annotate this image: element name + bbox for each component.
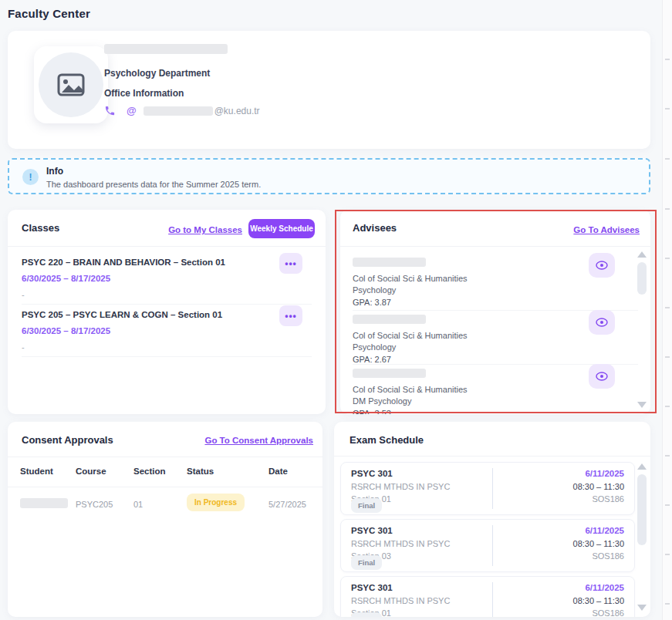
- exam-scrollbar[interactable]: [637, 462, 647, 612]
- class-dates: 6/30/2025 – 8/17/2025: [22, 326, 110, 335]
- profile-card: Psychology Department Office Information…: [8, 31, 650, 149]
- exam-room: SOS186: [592, 494, 624, 504]
- info-banner: ! Info The dashboard presents data for t…: [8, 158, 650, 194]
- exam-date: 6/11/2025: [585, 583, 624, 592]
- advisee-college: Col of Social Sci & Humanities: [353, 331, 604, 340]
- advisees-card: Advisees Go To Advisees Col of Social Sc…: [340, 210, 650, 414]
- exam-time: 08:30 – 11:30: [573, 596, 624, 605]
- advisee-gpa: GPA: 3.87: [353, 298, 604, 307]
- final-badge: Final: [351, 498, 382, 513]
- avatar: [34, 46, 108, 123]
- profile-department: Psychology Department: [104, 68, 210, 79]
- exam-course: PSYC 301: [351, 583, 393, 592]
- at-icon: @: [127, 105, 137, 116]
- exam-item: PSYC 301 RSRCH MTHDS IN PSYC Section 01 …: [340, 462, 635, 515]
- exam-item: PSYC 301 RSRCH MTHDS IN PSYC Section 01 …: [340, 576, 635, 617]
- redacted-name: [104, 44, 228, 54]
- classes-title: Classes: [22, 222, 59, 234]
- view-advisee-button[interactable]: [589, 253, 615, 278]
- go-to-consent-approvals-link[interactable]: Go To Consent Approvals: [204, 436, 313, 445]
- redacted-student-name: [20, 498, 68, 508]
- advisee-item: Col of Social Sci & Humanities DM Psycho…: [353, 369, 604, 414]
- cell-section: 01: [133, 500, 143, 509]
- phone-icon: [104, 105, 116, 116]
- cell-date: 5/27/2025: [268, 500, 306, 509]
- exam-room: SOS186: [592, 551, 624, 561]
- final-badge: Final: [351, 555, 382, 570]
- go-to-my-classes-link[interactable]: Go to My Classes: [168, 225, 242, 234]
- class-title: PSYC 220 – BRAIN AND BEHAVIOR – Section …: [22, 258, 312, 267]
- advisee-gpa: GPA: 3.53: [353, 409, 604, 414]
- info-title: Info: [46, 166, 63, 177]
- exam-course: PSYC 301: [351, 469, 393, 478]
- email-domain: @ku.edu.tr: [214, 106, 260, 116]
- scrollbar-thumb[interactable]: [637, 262, 647, 295]
- exam-course: PSYC 301: [351, 526, 393, 535]
- exam-name: RSRCH MTHDS IN PSYC: [351, 596, 450, 605]
- exam-date: 6/11/2025: [585, 469, 624, 478]
- advisees-title: Advisees: [353, 222, 397, 234]
- classes-card: Classes Go to My Classes Weekly Schedule…: [8, 210, 326, 414]
- class-note: -: [22, 290, 25, 299]
- eye-icon: [596, 261, 608, 270]
- weekly-schedule-button[interactable]: Weekly Schedule: [248, 219, 315, 238]
- column-header-status: Status: [187, 467, 214, 476]
- eye-icon: [596, 372, 608, 381]
- exam-item: PSYC 301 RSRCH MTHDS IN PSYC Section 03 …: [340, 519, 635, 572]
- exam-date: 6/11/2025: [585, 526, 624, 535]
- more-options-icon[interactable]: •••: [279, 305, 302, 326]
- advisee-program: Psychology: [353, 342, 604, 352]
- class-title: PSYC 205 – PSYC LEARN & COGN – Section 0…: [22, 310, 312, 319]
- page-scrollbar[interactable]: [662, 0, 672, 620]
- class-dates: 6/30/2025 – 8/17/2025: [22, 274, 110, 283]
- advisee-college: Col of Social Sci & Humanities: [353, 385, 604, 394]
- status-badge: In Progress: [187, 494, 245, 511]
- exam-schedule-card: Exam Schedule PSYC 301 RSRCH MTHDS IN PS…: [334, 422, 650, 617]
- advisee-item: Col of Social Sci & Humanities Psycholog…: [353, 258, 604, 307]
- redacted-name: [353, 258, 426, 267]
- info-message: The dashboard presents data for the Summ…: [46, 180, 261, 189]
- redacted-email: [144, 106, 213, 116]
- view-advisee-button[interactable]: [589, 364, 615, 389]
- redacted-name: [353, 369, 426, 378]
- view-advisee-button[interactable]: [589, 310, 615, 335]
- advisees-scrollbar[interactable]: [637, 250, 647, 409]
- exam-name: RSRCH MTHDS IN PSYC: [351, 539, 450, 548]
- advisee-college: Col of Social Sci & Humanities: [353, 274, 604, 283]
- advisee-program: DM Psychology: [353, 396, 604, 406]
- final-badge: Final: [351, 612, 382, 617]
- redacted-name: [353, 315, 426, 324]
- exam-room: SOS186: [592, 608, 624, 617]
- column-header-course: Course: [76, 467, 106, 476]
- profile-office: Office Information: [104, 88, 184, 99]
- advisee-item: Col of Social Sci & Humanities Psycholog…: [353, 315, 604, 364]
- consent-title: Consent Approvals: [22, 434, 113, 446]
- go-to-advisees-link[interactable]: Go To Advisees: [573, 225, 640, 234]
- advisee-program: Psychology: [353, 285, 604, 295]
- column-header-date: Date: [268, 467, 288, 476]
- class-note: -: [22, 342, 25, 352]
- exam-time: 08:30 – 11:30: [573, 482, 624, 491]
- column-header-section: Section: [133, 467, 166, 476]
- scroll-up-icon[interactable]: [637, 251, 647, 258]
- exam-name: RSRCH MTHDS IN PSYC: [351, 482, 450, 491]
- contact-row: @ @ku.edu.tr: [104, 105, 260, 116]
- consent-approvals-card: Consent Approvals Go To Consent Approval…: [8, 422, 322, 617]
- exam-schedule-title: Exam Schedule: [350, 434, 424, 446]
- cell-course: PSYC205: [76, 500, 113, 509]
- eye-icon: [596, 318, 608, 327]
- column-header-student: Student: [20, 467, 53, 476]
- scroll-up-icon[interactable]: [637, 463, 647, 470]
- scrollbar-thumb[interactable]: [637, 474, 647, 545]
- scroll-down-icon[interactable]: [637, 402, 647, 408]
- exam-time: 08:30 – 11:30: [573, 539, 624, 548]
- page-title: Faculty Center: [8, 7, 90, 20]
- advisee-gpa: GPA: 2.67: [353, 355, 604, 364]
- class-item: PSYC 205 – PSYC LEARN & COGN – Section 0…: [22, 310, 312, 319]
- info-icon: !: [22, 169, 39, 185]
- more-options-icon[interactable]: •••: [279, 253, 302, 274]
- image-placeholder-icon: [57, 73, 85, 96]
- scroll-down-icon[interactable]: [637, 605, 647, 611]
- class-item: PSYC 220 – BRAIN AND BEHAVIOR – Section …: [22, 258, 312, 267]
